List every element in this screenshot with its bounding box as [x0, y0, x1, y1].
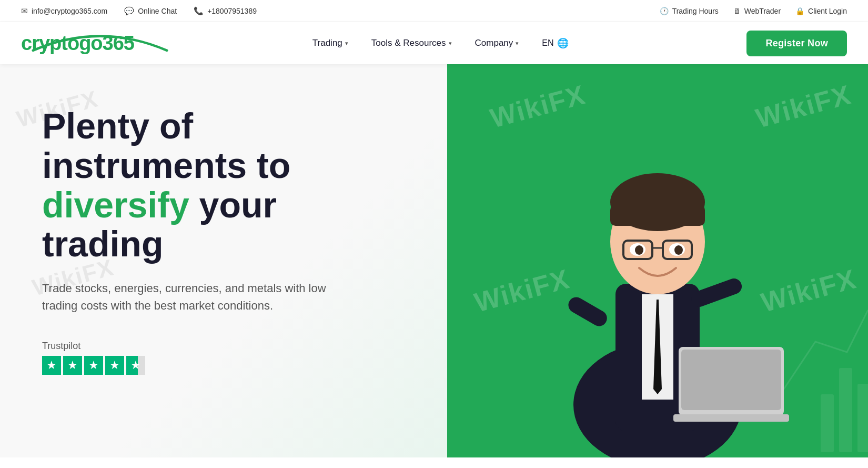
hero-right: WikiFX WikiFX WikiFX WikiFX [447, 64, 868, 457]
lang-label: EN [542, 38, 553, 48]
svg-rect-0 [821, 394, 834, 452]
hero-title-line2: instruments to [42, 146, 416, 185]
tools-chevron-icon: ▾ [449, 40, 452, 47]
star-2: ★ [63, 356, 82, 375]
chat-item[interactable]: 💬 Online Chat [124, 6, 177, 16]
hero-left: WikiFX WikiFX Plenty of instruments to d… [0, 64, 447, 457]
star-4: ★ [105, 356, 124, 375]
email-item[interactable]: ✉ info@cryptogo365.com [21, 6, 107, 16]
nav-trading[interactable]: Trading ▾ [312, 38, 348, 48]
phone-icon: 📞 [194, 6, 204, 16]
star-5-half: ★ [126, 356, 145, 375]
person-figure [526, 99, 789, 457]
phone-item[interactable]: 📞 +18007951389 [194, 6, 257, 16]
svg-rect-18 [689, 276, 744, 309]
svg-rect-21 [673, 414, 789, 422]
svg-point-16 [674, 245, 683, 255]
hero-title-highlight: diversify [42, 185, 189, 225]
lang-selector[interactable]: EN 🌐 [542, 37, 568, 49]
nav-company[interactable]: Company ▾ [475, 38, 519, 48]
hero-title-line4: trading [42, 224, 416, 264]
trading-chevron-icon: ▾ [345, 40, 348, 47]
topbar-left: ✉ info@cryptogo365.com 💬 Online Chat 📞 +… [21, 6, 257, 16]
svg-rect-9 [610, 205, 705, 226]
topbar: ✉ info@cryptogo365.com 💬 Online Chat 📞 +… [0, 0, 868, 22]
navbar: cryptogo365 Trading ▾ Tools & Resources … [0, 22, 868, 64]
star-1: ★ [42, 356, 61, 375]
nav-tools-label: Tools & Resources [371, 38, 446, 48]
webtrader-item[interactable]: 🖥 WebTrader [733, 7, 781, 15]
globe-icon: 🌐 [557, 37, 569, 49]
nav-company-label: Company [475, 38, 513, 48]
lock-icon: 🔒 [795, 7, 804, 15]
monitor-icon: 🖥 [733, 7, 741, 15]
trustpilot-label: Trustpilot [42, 341, 416, 352]
phone-text: +18007951389 [207, 7, 257, 15]
trading-hours-label: Trading Hours [672, 7, 719, 15]
hero-title-your: your [189, 185, 277, 225]
svg-rect-20 [681, 350, 781, 410]
trading-hours-item[interactable]: 🕐 Trading Hours [660, 7, 719, 15]
svg-rect-2 [857, 384, 868, 452]
register-button[interactable]: Register Now [746, 31, 847, 56]
email-text: info@cryptogo365.com [32, 7, 107, 15]
webtrader-label: WebTrader [744, 7, 781, 15]
company-chevron-icon: ▾ [516, 40, 519, 47]
clock-icon: 🕐 [660, 7, 669, 15]
trustpilot-stars: ★ ★ ★ ★ ★ [42, 356, 416, 375]
hero-subtitle: Trade stocks, energies, currencies, and … [42, 280, 358, 314]
trustpilot: Trustpilot ★ ★ ★ ★ ★ [42, 341, 416, 375]
client-login-label: Client Login [808, 7, 847, 15]
nav-tools[interactable]: Tools & Resources ▾ [371, 38, 452, 48]
chat-icon: 💬 [124, 6, 134, 16]
client-login-item[interactable]: 🔒 Client Login [795, 7, 847, 15]
logo[interactable]: cryptogo365 [21, 33, 134, 53]
star-3: ★ [84, 356, 103, 375]
svg-rect-1 [839, 368, 852, 452]
chat-label: Online Chat [138, 7, 177, 15]
hero-title: Plenty of instruments to diversify your … [42, 106, 416, 264]
hero-title-line1: Plenty of [42, 106, 416, 146]
svg-point-15 [635, 245, 643, 255]
nav-trading-label: Trading [312, 38, 342, 48]
email-icon: ✉ [21, 6, 28, 16]
topbar-right: 🕐 Trading Hours 🖥 WebTrader 🔒 Client Log… [660, 7, 847, 15]
svg-rect-17 [566, 294, 610, 329]
hero-title-line3: diversify your [42, 185, 416, 225]
hero-section: WikiFX WikiFX Plenty of instruments to d… [0, 64, 868, 457]
nav-links: Trading ▾ Tools & Resources ▾ Company ▾ … [312, 37, 569, 49]
